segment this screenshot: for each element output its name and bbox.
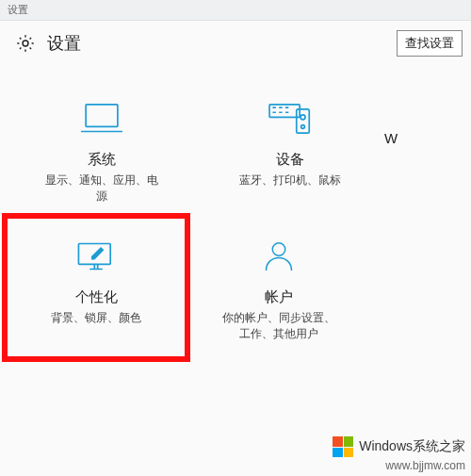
- personalization-icon: [13, 230, 179, 283]
- window-title: 设置: [8, 4, 28, 15]
- laptop-icon: [13, 92, 190, 145]
- svg-point-7: [272, 243, 285, 256]
- tile-partial-right: W: [384, 81, 460, 219]
- watermark-url: www.bjjmw.com: [385, 459, 465, 472]
- svg-rect-2: [269, 105, 300, 118]
- tile-system[interactable]: 系统 显示、通知、应用、电 源: [8, 81, 196, 219]
- devices-icon: [202, 92, 379, 145]
- tile-system-desc: 显示、通知、应用、电 源: [13, 172, 190, 205]
- tile-devices-title: 设备: [202, 151, 379, 169]
- tile-accounts[interactable]: 帐户 你的帐户、同步设置、 工作、其他用户: [185, 219, 373, 356]
- tile-devices-desc: 蓝牙、打印机、鼠标: [202, 172, 379, 189]
- svg-rect-3: [297, 109, 310, 133]
- tile-personalization-desc: 背景、锁屏、颜色: [13, 310, 179, 326]
- svg-rect-1: [86, 105, 118, 127]
- svg-point-0: [23, 41, 28, 46]
- site-watermark: Windows系统之家 www.bjjmw.com: [333, 436, 465, 472]
- tile-devices[interactable]: 设备 蓝牙、打印机、鼠标: [196, 81, 384, 219]
- tile-accounts-title: 帐户: [190, 288, 367, 306]
- tile-accounts-desc: 你的帐户、同步设置、 工作、其他用户: [190, 310, 367, 343]
- tile-system-title: 系统: [13, 151, 190, 169]
- window-titlebar: 设置: [0, 0, 471, 21]
- windows-logo-icon: [333, 436, 353, 457]
- accounts-icon: [190, 230, 367, 283]
- tile-personalization-title: 个性化: [13, 288, 179, 306]
- page-title: 设置: [47, 32, 385, 55]
- settings-header: 设置 查找设置: [0, 21, 471, 62]
- svg-point-4: [300, 115, 305, 120]
- partial-letter: W: [384, 130, 398, 146]
- settings-grid: 系统 显示、通知、应用、电 源 设备 蓝牙、打印机、鼠标 W 个性化: [0, 62, 471, 356]
- svg-point-5: [301, 125, 305, 129]
- find-settings-button[interactable]: 查找设置: [397, 30, 463, 57]
- watermark-brand: Windows系统之家: [359, 438, 465, 455]
- tile-personalization[interactable]: 个性化 背景、锁屏、颜色: [2, 213, 190, 362]
- gear-icon: [15, 33, 36, 54]
